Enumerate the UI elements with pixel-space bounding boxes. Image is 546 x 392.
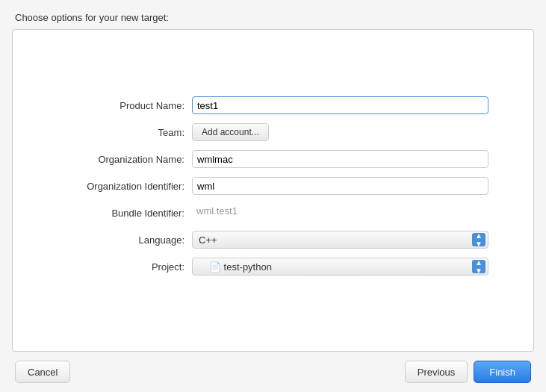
footer-left: Cancel [15,361,70,383]
org-identifier-input[interactable] [192,177,488,195]
org-identifier-label: Organization Identifier: [58,181,192,192]
bundle-id-row: Bundle Identifier: wml.test1 [58,204,488,222]
org-name-row: Organization Name: [58,150,488,168]
finish-button[interactable]: Finish [474,361,531,383]
product-name-label: Product Name: [58,100,192,111]
org-name-label: Organization Name: [58,154,192,165]
dialog-header: Choose options for your new target: [0,0,546,29]
product-name-input[interactable] [192,96,488,114]
project-select[interactable]: 📄 test-python [192,258,488,276]
bundle-id-value: wml.test1 [192,204,488,222]
footer-right: Previous Finish [405,361,531,383]
language-label: Language: [58,234,192,246]
language-row: Language: Swift Objective-C C++ C ▲ ▼ [58,231,488,249]
org-identifier-row: Organization Identifier: [58,177,488,195]
project-select-wrapper: 📄 test-python ▲ ▼ [192,258,488,276]
cancel-button[interactable]: Cancel [15,361,70,383]
dialog-title: Choose options for your new target: [15,12,169,23]
project-label: Project: [58,261,192,273]
org-name-input[interactable] [192,150,488,168]
product-name-row: Product Name: [58,96,488,114]
add-account-button[interactable]: Add account... [192,123,269,141]
project-row: Project: 📄 test-python ▲ ▼ [58,258,488,276]
team-row: Team: Add account... [58,123,488,141]
language-select[interactable]: Swift Objective-C C++ C [192,231,488,249]
dialog-footer: Cancel Previous Finish [0,352,546,392]
dialog-body: Product Name: Team: Add account... Organ… [12,29,534,352]
language-select-wrapper: Swift Objective-C C++ C ▲ ▼ [192,231,488,249]
bundle-id-label: Bundle Identifier: [58,208,192,219]
previous-button[interactable]: Previous [405,361,468,383]
form-container: Product Name: Team: Add account... Organ… [13,74,533,307]
dialog: Choose options for your new target: Prod… [0,0,546,392]
team-label: Team: [58,127,192,138]
